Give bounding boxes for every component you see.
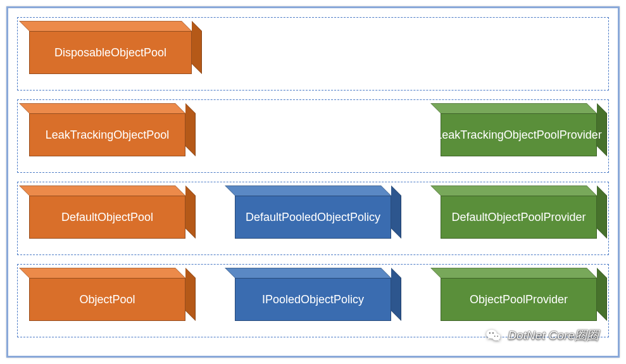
box-front-face: ObjectPoolProvider bbox=[441, 278, 597, 321]
box-front-face: LeakTrackingObjectPool bbox=[29, 113, 185, 156]
class-box-defaultobjectpoolprovider: DefaultObjectPoolProvider bbox=[441, 196, 597, 239]
box-label: DefaultObjectPoolProvider bbox=[451, 211, 585, 224]
class-box-objectpoolprovider: ObjectPoolProvider bbox=[441, 278, 597, 321]
box-label: LeakTrackingObjectPoolProvider bbox=[435, 129, 601, 142]
diagram-row: ObjectPool IPooledObjectPolicy ObjectPoo… bbox=[17, 264, 609, 337]
box-right-face bbox=[185, 185, 196, 239]
box-front-face: DefaultPooledObjectPolicy bbox=[235, 196, 391, 239]
class-box-leaktrackingobjectpoolprovider: LeakTrackingObjectPoolProvider bbox=[441, 113, 597, 156]
box-top-face bbox=[19, 21, 192, 31]
class-box-defaultpooledobjectpolicy: DefaultPooledObjectPolicy bbox=[235, 196, 391, 239]
box-top-face bbox=[19, 103, 185, 113]
box-label: LeakTrackingObjectPool bbox=[46, 129, 169, 142]
box-right-face bbox=[597, 185, 607, 239]
box-right-face bbox=[192, 21, 202, 74]
box-top-face bbox=[430, 268, 597, 278]
class-box-leaktrackingobjectpool: LeakTrackingObjectPool bbox=[29, 113, 185, 156]
diagram-frame: DisposableObjectPool LeakTrackingObjectP… bbox=[6, 6, 620, 358]
box-top-face bbox=[19, 185, 185, 196]
box-label: ObjectPool bbox=[79, 293, 135, 306]
class-box-ipooledobjectpolicy: IPooledObjectPolicy bbox=[235, 278, 391, 321]
class-box-disposableobjectpool: DisposableObjectPool bbox=[29, 31, 192, 74]
box-front-face: IPooledObjectPolicy bbox=[235, 278, 391, 321]
class-box-objectpool: ObjectPool bbox=[29, 278, 185, 321]
box-right-face bbox=[185, 103, 196, 156]
box-top-face bbox=[225, 185, 391, 196]
box-front-face: DefaultObjectPoolProvider bbox=[441, 196, 597, 239]
box-top-face bbox=[225, 268, 391, 278]
diagram-row: LeakTrackingObjectPool LeakTrackingObjec… bbox=[17, 99, 609, 173]
box-label: IPooledObjectPolicy bbox=[262, 293, 364, 306]
diagram-row: DefaultObjectPool DefaultPooledObjectPol… bbox=[17, 182, 609, 255]
box-right-face bbox=[391, 268, 401, 321]
box-right-face bbox=[185, 268, 196, 321]
box-front-face: ObjectPool bbox=[29, 278, 185, 321]
box-label: DefaultObjectPool bbox=[61, 211, 153, 224]
box-top-face bbox=[430, 103, 597, 113]
box-label: DisposableObjectPool bbox=[54, 46, 166, 60]
box-top-face bbox=[19, 268, 185, 278]
class-box-defaultobjectpool: DefaultObjectPool bbox=[29, 196, 185, 239]
box-right-face bbox=[597, 268, 607, 321]
box-label: DefaultPooledObjectPolicy bbox=[246, 211, 380, 224]
box-front-face: DefaultObjectPool bbox=[29, 196, 185, 239]
box-label: ObjectPoolProvider bbox=[470, 293, 568, 306]
box-front-face: DisposableObjectPool bbox=[29, 31, 192, 74]
box-right-face bbox=[391, 185, 401, 239]
box-front-face: LeakTrackingObjectPoolProvider bbox=[441, 113, 597, 156]
diagram-row: DisposableObjectPool bbox=[17, 17, 609, 91]
box-top-face bbox=[430, 185, 597, 196]
